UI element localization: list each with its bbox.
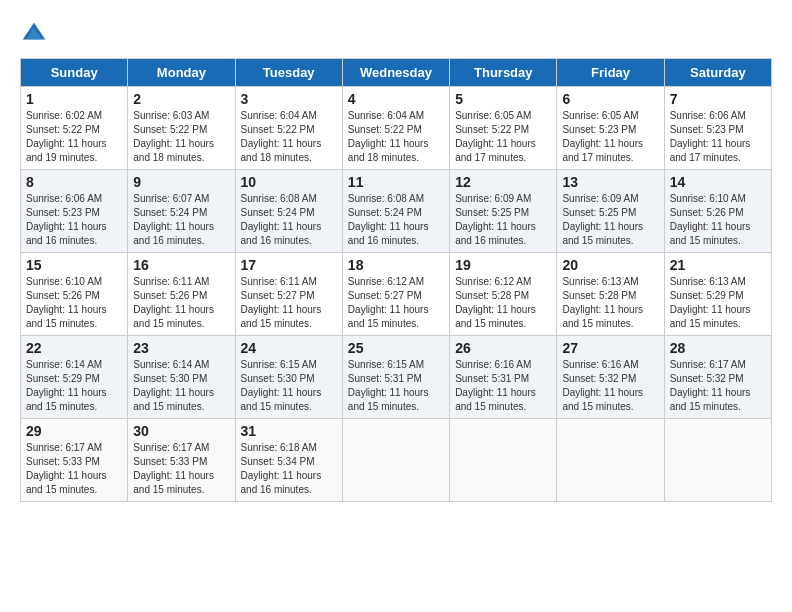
- calendar-cell: 29Sunrise: 6:17 AM Sunset: 5:33 PM Dayli…: [21, 419, 128, 502]
- day-info: Sunrise: 6:03 AM Sunset: 5:22 PM Dayligh…: [133, 109, 229, 165]
- day-info: Sunrise: 6:14 AM Sunset: 5:29 PM Dayligh…: [26, 358, 122, 414]
- calendar-cell: 10Sunrise: 6:08 AM Sunset: 5:24 PM Dayli…: [235, 170, 342, 253]
- calendar-cell: 1Sunrise: 6:02 AM Sunset: 5:22 PM Daylig…: [21, 87, 128, 170]
- calendar-cell: 21Sunrise: 6:13 AM Sunset: 5:29 PM Dayli…: [664, 253, 771, 336]
- day-number: 27: [562, 340, 658, 356]
- calendar-cell: 11Sunrise: 6:08 AM Sunset: 5:24 PM Dayli…: [342, 170, 449, 253]
- calendar-cell: 20Sunrise: 6:13 AM Sunset: 5:28 PM Dayli…: [557, 253, 664, 336]
- day-number: 19: [455, 257, 551, 273]
- day-number: 23: [133, 340, 229, 356]
- calendar-cell: 2Sunrise: 6:03 AM Sunset: 5:22 PM Daylig…: [128, 87, 235, 170]
- day-info: Sunrise: 6:04 AM Sunset: 5:22 PM Dayligh…: [348, 109, 444, 165]
- day-number: 25: [348, 340, 444, 356]
- day-info: Sunrise: 6:14 AM Sunset: 5:30 PM Dayligh…: [133, 358, 229, 414]
- day-info: Sunrise: 6:09 AM Sunset: 5:25 PM Dayligh…: [562, 192, 658, 248]
- day-number: 21: [670, 257, 766, 273]
- calendar-cell: 17Sunrise: 6:11 AM Sunset: 5:27 PM Dayli…: [235, 253, 342, 336]
- day-number: 13: [562, 174, 658, 190]
- calendar-cell: 15Sunrise: 6:10 AM Sunset: 5:26 PM Dayli…: [21, 253, 128, 336]
- day-info: Sunrise: 6:18 AM Sunset: 5:34 PM Dayligh…: [241, 441, 337, 497]
- day-number: 22: [26, 340, 122, 356]
- day-number: 6: [562, 91, 658, 107]
- day-number: 24: [241, 340, 337, 356]
- day-info: Sunrise: 6:13 AM Sunset: 5:28 PM Dayligh…: [562, 275, 658, 331]
- calendar-cell: 14Sunrise: 6:10 AM Sunset: 5:26 PM Dayli…: [664, 170, 771, 253]
- day-number: 20: [562, 257, 658, 273]
- calendar-cell: 4Sunrise: 6:04 AM Sunset: 5:22 PM Daylig…: [342, 87, 449, 170]
- day-number: 26: [455, 340, 551, 356]
- calendar-cell: [664, 419, 771, 502]
- day-number: 9: [133, 174, 229, 190]
- day-info: Sunrise: 6:05 AM Sunset: 5:23 PM Dayligh…: [562, 109, 658, 165]
- page-header: [20, 20, 772, 48]
- day-info: Sunrise: 6:11 AM Sunset: 5:26 PM Dayligh…: [133, 275, 229, 331]
- day-info: Sunrise: 6:08 AM Sunset: 5:24 PM Dayligh…: [348, 192, 444, 248]
- day-info: Sunrise: 6:10 AM Sunset: 5:26 PM Dayligh…: [670, 192, 766, 248]
- calendar-cell: 24Sunrise: 6:15 AM Sunset: 5:30 PM Dayli…: [235, 336, 342, 419]
- day-info: Sunrise: 6:04 AM Sunset: 5:22 PM Dayligh…: [241, 109, 337, 165]
- calendar-cell: 7Sunrise: 6:06 AM Sunset: 5:23 PM Daylig…: [664, 87, 771, 170]
- day-number: 10: [241, 174, 337, 190]
- column-header-saturday: Saturday: [664, 59, 771, 87]
- day-number: 16: [133, 257, 229, 273]
- day-info: Sunrise: 6:17 AM Sunset: 5:32 PM Dayligh…: [670, 358, 766, 414]
- day-number: 1: [26, 91, 122, 107]
- day-info: Sunrise: 6:09 AM Sunset: 5:25 PM Dayligh…: [455, 192, 551, 248]
- calendar-cell: 8Sunrise: 6:06 AM Sunset: 5:23 PM Daylig…: [21, 170, 128, 253]
- calendar-cell: [557, 419, 664, 502]
- calendar-cell: 3Sunrise: 6:04 AM Sunset: 5:22 PM Daylig…: [235, 87, 342, 170]
- day-number: 5: [455, 91, 551, 107]
- day-number: 18: [348, 257, 444, 273]
- calendar-cell: 12Sunrise: 6:09 AM Sunset: 5:25 PM Dayli…: [450, 170, 557, 253]
- calendar-cell: 26Sunrise: 6:16 AM Sunset: 5:31 PM Dayli…: [450, 336, 557, 419]
- column-header-wednesday: Wednesday: [342, 59, 449, 87]
- day-info: Sunrise: 6:07 AM Sunset: 5:24 PM Dayligh…: [133, 192, 229, 248]
- day-number: 15: [26, 257, 122, 273]
- day-number: 2: [133, 91, 229, 107]
- calendar-table: SundayMondayTuesdayWednesdayThursdayFrid…: [20, 58, 772, 502]
- calendar-cell: 13Sunrise: 6:09 AM Sunset: 5:25 PM Dayli…: [557, 170, 664, 253]
- calendar-cell: 25Sunrise: 6:15 AM Sunset: 5:31 PM Dayli…: [342, 336, 449, 419]
- logo: [20, 20, 52, 48]
- calendar-cell: [342, 419, 449, 502]
- day-number: 7: [670, 91, 766, 107]
- column-header-monday: Monday: [128, 59, 235, 87]
- calendar-cell: 22Sunrise: 6:14 AM Sunset: 5:29 PM Dayli…: [21, 336, 128, 419]
- day-number: 29: [26, 423, 122, 439]
- day-info: Sunrise: 6:17 AM Sunset: 5:33 PM Dayligh…: [133, 441, 229, 497]
- day-info: Sunrise: 6:08 AM Sunset: 5:24 PM Dayligh…: [241, 192, 337, 248]
- day-info: Sunrise: 6:13 AM Sunset: 5:29 PM Dayligh…: [670, 275, 766, 331]
- day-number: 17: [241, 257, 337, 273]
- day-number: 12: [455, 174, 551, 190]
- day-number: 4: [348, 91, 444, 107]
- calendar-cell: 9Sunrise: 6:07 AM Sunset: 5:24 PM Daylig…: [128, 170, 235, 253]
- calendar-cell: 5Sunrise: 6:05 AM Sunset: 5:22 PM Daylig…: [450, 87, 557, 170]
- calendar-cell: 19Sunrise: 6:12 AM Sunset: 5:28 PM Dayli…: [450, 253, 557, 336]
- calendar-cell: 31Sunrise: 6:18 AM Sunset: 5:34 PM Dayli…: [235, 419, 342, 502]
- logo-icon: [20, 20, 48, 48]
- calendar-cell: 16Sunrise: 6:11 AM Sunset: 5:26 PM Dayli…: [128, 253, 235, 336]
- day-info: Sunrise: 6:17 AM Sunset: 5:33 PM Dayligh…: [26, 441, 122, 497]
- calendar-cell: 6Sunrise: 6:05 AM Sunset: 5:23 PM Daylig…: [557, 87, 664, 170]
- day-number: 3: [241, 91, 337, 107]
- day-info: Sunrise: 6:15 AM Sunset: 5:30 PM Dayligh…: [241, 358, 337, 414]
- calendar-cell: 23Sunrise: 6:14 AM Sunset: 5:30 PM Dayli…: [128, 336, 235, 419]
- day-info: Sunrise: 6:11 AM Sunset: 5:27 PM Dayligh…: [241, 275, 337, 331]
- day-info: Sunrise: 6:05 AM Sunset: 5:22 PM Dayligh…: [455, 109, 551, 165]
- day-number: 8: [26, 174, 122, 190]
- day-info: Sunrise: 6:06 AM Sunset: 5:23 PM Dayligh…: [26, 192, 122, 248]
- calendar-cell: [450, 419, 557, 502]
- calendar-cell: 27Sunrise: 6:16 AM Sunset: 5:32 PM Dayli…: [557, 336, 664, 419]
- day-info: Sunrise: 6:15 AM Sunset: 5:31 PM Dayligh…: [348, 358, 444, 414]
- column-header-friday: Friday: [557, 59, 664, 87]
- calendar-cell: 28Sunrise: 6:17 AM Sunset: 5:32 PM Dayli…: [664, 336, 771, 419]
- day-number: 30: [133, 423, 229, 439]
- day-info: Sunrise: 6:06 AM Sunset: 5:23 PM Dayligh…: [670, 109, 766, 165]
- day-info: Sunrise: 6:02 AM Sunset: 5:22 PM Dayligh…: [26, 109, 122, 165]
- day-number: 14: [670, 174, 766, 190]
- day-info: Sunrise: 6:16 AM Sunset: 5:32 PM Dayligh…: [562, 358, 658, 414]
- day-info: Sunrise: 6:12 AM Sunset: 5:27 PM Dayligh…: [348, 275, 444, 331]
- column-header-sunday: Sunday: [21, 59, 128, 87]
- column-header-thursday: Thursday: [450, 59, 557, 87]
- calendar-cell: 30Sunrise: 6:17 AM Sunset: 5:33 PM Dayli…: [128, 419, 235, 502]
